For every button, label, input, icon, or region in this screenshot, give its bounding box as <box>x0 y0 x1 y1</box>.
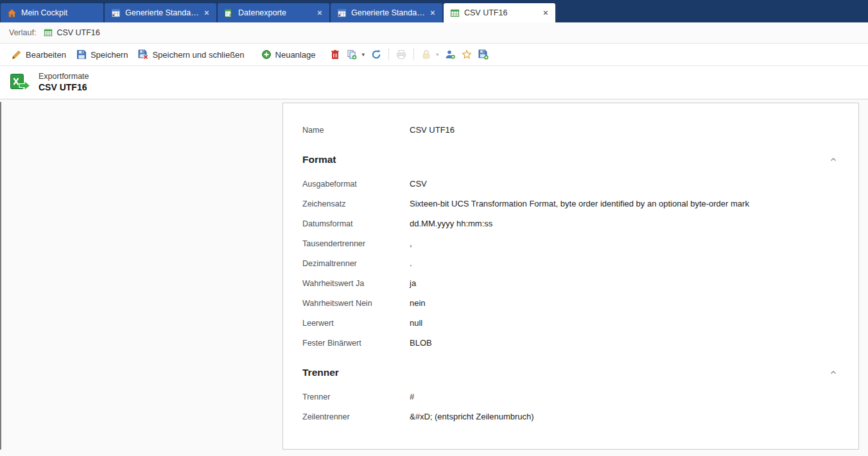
copy-button[interactable]: ▾ <box>343 47 368 62</box>
form-row: Ausgabeformat CSV <box>302 174 839 194</box>
new-record-button-label: Neuanlage <box>275 50 316 60</box>
new-record-button[interactable]: Neuanlage <box>256 47 321 62</box>
field-value: ja <box>410 278 416 288</box>
csv-table-icon <box>44 28 53 37</box>
field-value: BLOB <box>410 338 432 348</box>
field-label: Datumsformat <box>302 219 410 228</box>
refresh-button[interactable] <box>368 47 385 62</box>
form-row-name: Name CSV UTF16 <box>302 120 839 140</box>
add-user-icon <box>445 49 455 60</box>
field-label: Zeichensatz <box>302 199 410 208</box>
lock-button[interactable]: ▾ <box>418 47 442 62</box>
save-as-button[interactable] <box>475 47 492 62</box>
toolbar-separator <box>388 49 389 60</box>
field-label: Zeilentrenner <box>302 412 410 421</box>
save-icon <box>76 49 87 60</box>
tab-datenexporte[interactable]: Datenexporte × <box>218 3 329 22</box>
copy-dropdown-caret[interactable]: ▾ <box>361 51 365 58</box>
edit-button-label: Bearbeiten <box>26 50 66 60</box>
page-header-text: Exportformate CSV UTF16 <box>39 71 89 94</box>
form-row: Zeichensatz Sixteen-bit UCS Transformati… <box>302 194 839 214</box>
save-close-icon <box>138 49 148 60</box>
save-button[interactable]: Speichern <box>71 47 134 62</box>
tab-label: Generierte Standar... <box>125 8 199 17</box>
field-value: , <box>410 239 412 248</box>
page-title: CSV UTF16 <box>39 81 89 94</box>
print-button[interactable] <box>393 47 410 62</box>
export-icon <box>224 8 234 18</box>
form-row: Fester Binärwert BLOB <box>302 333 839 353</box>
field-label: Trenner <box>302 393 410 401</box>
tab-bar: Mein Cockpit Generierte Standar... × Dat… <box>0 0 868 22</box>
field-label: Fester Binärwert <box>302 339 410 348</box>
copy-icon <box>347 49 357 60</box>
section-title: Format <box>302 154 336 165</box>
splitter[interactable] <box>0 102 1 450</box>
field-label: Ausgabeformat <box>302 180 410 189</box>
form-row: Trenner # <box>302 387 839 407</box>
save-button-label: Speichern <box>91 50 128 60</box>
tab-label: CSV UTF16 <box>464 8 538 17</box>
form-row: Wahrheitswert Ja ja <box>302 273 839 293</box>
pencil-icon <box>12 49 22 60</box>
field-value: null <box>410 318 422 328</box>
section-title: Trenner <box>302 367 339 378</box>
refresh-icon <box>371 49 381 60</box>
page-category: Exportformate <box>39 71 89 82</box>
field-label: Name <box>302 126 410 135</box>
csv-table-icon <box>450 8 460 18</box>
field-value: Sixteen-bit UCS Transformation Format, b… <box>410 199 749 208</box>
history-item-csv-utf16[interactable]: CSV UTF16 <box>44 28 100 37</box>
detail-panel: Name CSV UTF16 Format Ausgabeformat CSV … <box>282 103 859 450</box>
chevron-up-icon[interactable] <box>828 154 839 165</box>
history-item-label: CSV UTF16 <box>56 28 100 37</box>
export-format-icon <box>10 74 31 92</box>
page-header: Exportformate CSV UTF16 <box>0 66 868 99</box>
edit-button[interactable]: Bearbeiten <box>6 47 71 62</box>
add-user-button[interactable] <box>442 47 458 62</box>
history-label: Verlauf: <box>9 28 36 37</box>
section-header-format: Format <box>302 148 839 171</box>
close-icon[interactable]: × <box>317 8 323 17</box>
save-and-close-button[interactable]: Speichern und schließen <box>133 47 249 62</box>
report-icon <box>111 8 121 18</box>
toolbar: Bearbeiten Speichern Speichern und schli… <box>0 44 868 66</box>
form-row: Leerwert null <box>302 313 839 333</box>
home-icon <box>7 8 17 18</box>
field-label: Tausendertrenner <box>302 239 410 248</box>
close-icon[interactable]: × <box>430 8 436 17</box>
field-label: Wahrheitswert Ja <box>302 279 410 288</box>
detail-form: Name CSV UTF16 Format Ausgabeformat CSV … <box>283 103 858 426</box>
printer-icon <box>396 49 406 60</box>
app-window: Mein Cockpit Generierte Standar... × Dat… <box>0 0 868 456</box>
tab-label: Datenexporte <box>238 8 312 17</box>
save-plus-icon <box>478 49 489 60</box>
form-row: Zeilentrenner &#xD; (entspricht Zeilenum… <box>302 407 839 426</box>
close-icon[interactable]: × <box>542 8 549 17</box>
plus-circle-icon <box>261 49 272 60</box>
lock-icon <box>421 49 431 60</box>
field-label: Wahrheitswert Nein <box>302 299 410 308</box>
chevron-up-icon[interactable] <box>828 367 839 378</box>
field-value: CSV UTF16 <box>410 125 455 135</box>
star-icon <box>462 49 472 60</box>
content-area: Name CSV UTF16 Format Ausgabeformat CSV … <box>0 99 868 456</box>
tab-csv-utf16[interactable]: CSV UTF16 × <box>444 3 555 22</box>
favorite-button[interactable] <box>458 47 475 62</box>
field-value: . <box>410 258 412 268</box>
lock-dropdown-caret[interactable]: ▾ <box>436 51 439 58</box>
field-value: dd.MM.yyyy hh:mm:ss <box>410 219 492 228</box>
field-value: CSV <box>410 179 427 189</box>
history-bar: Verlauf: CSV UTF16 <box>0 22 868 44</box>
close-icon[interactable]: × <box>204 8 210 17</box>
form-row: Datumsformat dd.MM.yyyy hh:mm:ss <box>302 214 839 233</box>
tab-generierte-standard-2[interactable]: Generierte Standar... × <box>331 3 442 22</box>
tab-mein-cockpit[interactable]: Mein Cockpit <box>1 3 103 22</box>
field-label: Dezimaltrenner <box>302 259 410 268</box>
form-row: Tausendertrenner , <box>302 233 839 253</box>
section-header-trenner: Trenner <box>302 361 839 384</box>
tab-generierte-standard-1[interactable]: Generierte Standar... × <box>105 3 216 22</box>
delete-button[interactable] <box>327 47 343 62</box>
save-and-close-button-label: Speichern und schließen <box>152 50 244 60</box>
field-label: Leerwert <box>302 319 410 328</box>
